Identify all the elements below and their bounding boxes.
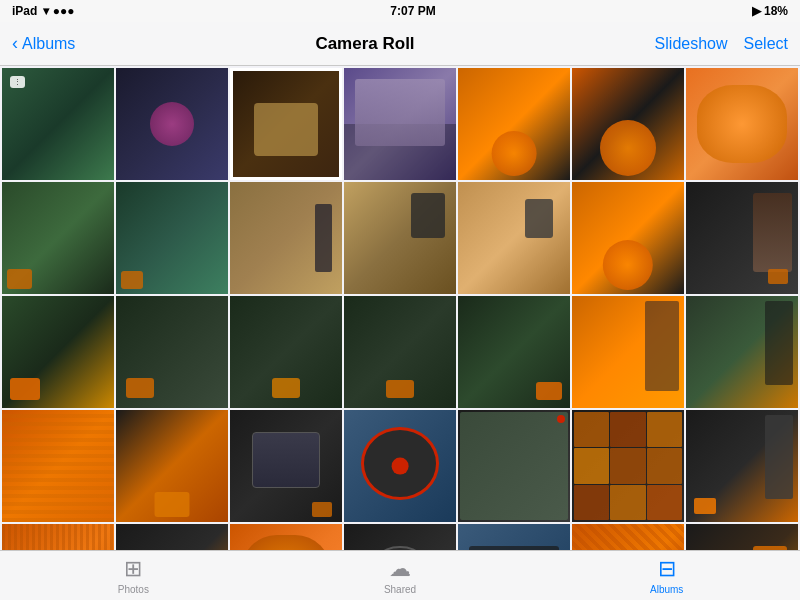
photos-icon: ⊞ [124,556,142,582]
photo-cell[interactable] [116,296,228,408]
photo-cell[interactable] [572,68,684,180]
albums-icon: ⊟ [658,556,676,582]
status-bar: iPad ▾ ●●● 7:07 PM ▶ 18% [0,0,800,22]
photo-cell[interactable] [458,68,570,180]
photo-cell[interactable] [230,410,342,522]
slideshow-button[interactable]: Slideshow [655,35,728,53]
time-label: 7:07 PM [390,4,435,18]
photo-cell[interactable] [116,524,228,550]
back-button[interactable]: ‹ Albums [12,33,75,54]
photo-cell[interactable] [2,182,114,294]
nav-actions: Slideshow Select [655,35,788,53]
shared-icon: ☁ [389,556,411,582]
wifi-icon: ▾ ●●● [43,4,74,18]
nav-bar: ‹ Albums Camera Roll Slideshow Select [0,22,800,66]
tab-shared[interactable]: ☁ Shared [267,551,534,600]
tab-photos-label: Photos [118,584,149,595]
battery-icon: ▶ 18% [752,4,788,18]
photo-cell[interactable] [686,68,798,180]
photo-cell[interactable] [344,68,456,180]
photo-cell[interactable] [2,296,114,408]
photo-cell[interactable] [458,410,570,522]
photo-cell[interactable] [344,524,456,550]
photo-cell[interactable] [2,410,114,522]
photo-cell[interactable] [572,296,684,408]
photo-cell[interactable] [344,296,456,408]
photo-cell[interactable] [230,524,342,550]
status-right: ▶ 18% [752,4,788,18]
tab-shared-label: Shared [384,584,416,595]
photo-cell[interactable]: ⋮ [2,68,114,180]
page-title: Camera Roll [315,34,414,54]
photo-cell[interactable] [686,524,798,550]
photo-cell[interactable] [686,410,798,522]
photo-cell[interactable] [458,296,570,408]
photo-cell[interactable] [2,524,114,550]
select-button[interactable]: Select [744,35,788,53]
status-left: iPad ▾ ●●● [12,4,74,18]
photo-cell[interactable] [686,296,798,408]
photo-cell[interactable] [116,410,228,522]
photo-cell[interactable] [572,182,684,294]
carrier-label: iPad [12,4,37,18]
photo-cell[interactable] [572,410,684,522]
tab-photos[interactable]: ⊞ Photos [0,551,267,600]
photo-cell[interactable] [344,182,456,294]
tab-bar: ⊞ Photos ☁ Shared ⊟ Albums [0,550,800,600]
chevron-left-icon: ‹ [12,33,18,54]
photo-cell[interactable] [572,524,684,550]
tab-albums-label: Albums [650,584,683,595]
photo-grid-container[interactable]: ⋮ [0,66,800,550]
photo-cell[interactable] [230,182,342,294]
tab-albums[interactable]: ⊟ Albums [533,551,800,600]
photo-grid: ⋮ [0,66,800,550]
photo-cell[interactable] [230,296,342,408]
photo-cell[interactable] [116,68,228,180]
photo-cell[interactable] [116,182,228,294]
photo-cell[interactable] [344,410,456,522]
photo-cell[interactable] [686,182,798,294]
photo-cell[interactable] [458,182,570,294]
photo-cell[interactable] [458,524,570,550]
photo-cell-selected[interactable] [230,68,342,180]
back-label: Albums [22,35,75,53]
